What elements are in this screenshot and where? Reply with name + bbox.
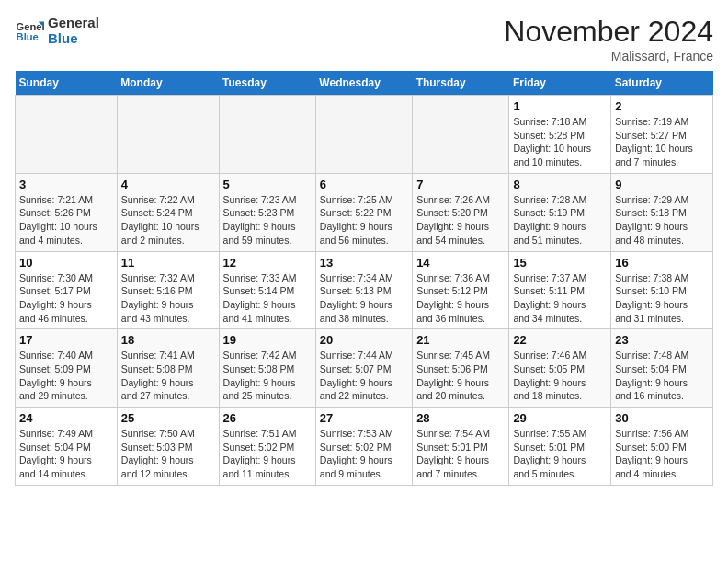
- calendar-cell: [219, 96, 315, 174]
- day-info: Sunrise: 7:34 AM Sunset: 5:13 PM Dayligh…: [320, 271, 408, 326]
- calendar-cell: 6Sunrise: 7:25 AM Sunset: 5:22 PM Daylig…: [315, 173, 412, 251]
- day-number: 4: [121, 178, 215, 191]
- day-number: 21: [416, 333, 505, 347]
- weekday-header: Sunday: [16, 71, 118, 96]
- calendar-cell: 24Sunrise: 7:49 AM Sunset: 5:04 PM Dayli…: [16, 408, 118, 486]
- day-info: Sunrise: 7:19 AM Sunset: 5:27 PM Dayligh…: [615, 115, 709, 169]
- day-number: 22: [513, 333, 607, 347]
- calendar-cell: 22Sunrise: 7:46 AM Sunset: 5:05 PM Dayli…: [509, 329, 611, 408]
- day-info: Sunrise: 7:30 AM Sunset: 5:17 PM Dayligh…: [19, 271, 113, 326]
- calendar-cell: 12Sunrise: 7:33 AM Sunset: 5:14 PM Dayli…: [219, 251, 315, 329]
- calendar-cell: 2Sunrise: 7:19 AM Sunset: 5:27 PM Daylig…: [611, 96, 713, 174]
- location: Malissard, France: [504, 49, 713, 63]
- day-number: 30: [615, 411, 709, 425]
- day-number: 15: [513, 256, 607, 270]
- calendar-cell: 5Sunrise: 7:23 AM Sunset: 5:23 PM Daylig…: [219, 173, 315, 251]
- day-info: Sunrise: 7:33 AM Sunset: 5:14 PM Dayligh…: [223, 271, 312, 326]
- day-info: Sunrise: 7:41 AM Sunset: 5:08 PM Dayligh…: [121, 349, 215, 403]
- calendar-cell: 9Sunrise: 7:29 AM Sunset: 5:18 PM Daylig…: [611, 173, 713, 251]
- calendar-cell: 19Sunrise: 7:42 AM Sunset: 5:08 PM Dayli…: [219, 329, 315, 408]
- day-info: Sunrise: 7:54 AM Sunset: 5:01 PM Dayligh…: [416, 427, 505, 481]
- calendar-cell: 23Sunrise: 7:48 AM Sunset: 5:04 PM Dayli…: [611, 329, 713, 408]
- day-info: Sunrise: 7:56 AM Sunset: 5:00 PM Dayligh…: [615, 427, 709, 481]
- calendar-cell: 10Sunrise: 7:30 AM Sunset: 5:17 PM Dayli…: [16, 251, 118, 329]
- day-number: 13: [320, 256, 408, 270]
- calendar-cell: 20Sunrise: 7:44 AM Sunset: 5:07 PM Dayli…: [315, 329, 412, 408]
- day-info: Sunrise: 7:21 AM Sunset: 5:26 PM Dayligh…: [19, 193, 113, 247]
- svg-text:Blue: Blue: [17, 31, 39, 42]
- weekday-header: Saturday: [611, 71, 713, 96]
- weekday-header: Wednesday: [315, 71, 412, 96]
- day-number: 26: [223, 411, 312, 425]
- weekday-header-row: SundayMondayTuesdayWednesdayThursdayFrid…: [16, 71, 713, 96]
- calendar-cell: 1Sunrise: 7:18 AM Sunset: 5:28 PM Daylig…: [509, 96, 611, 174]
- day-number: 25: [121, 411, 215, 425]
- day-number: 24: [19, 411, 113, 425]
- day-info: Sunrise: 7:46 AM Sunset: 5:05 PM Dayligh…: [513, 349, 607, 403]
- header: General Blue General Blue November 2024 …: [15, 15, 713, 63]
- calendar-cell: 28Sunrise: 7:54 AM Sunset: 5:01 PM Dayli…: [413, 408, 509, 486]
- day-info: Sunrise: 7:55 AM Sunset: 5:01 PM Dayligh…: [513, 427, 607, 481]
- day-number: 29: [513, 411, 607, 425]
- weekday-header: Monday: [117, 71, 219, 96]
- day-number: 17: [19, 333, 113, 347]
- day-info: Sunrise: 7:22 AM Sunset: 5:24 PM Dayligh…: [121, 193, 215, 247]
- title-area: November 2024 Malissard, France: [504, 15, 713, 63]
- day-info: Sunrise: 7:38 AM Sunset: 5:10 PM Dayligh…: [615, 271, 709, 326]
- day-info: Sunrise: 7:32 AM Sunset: 5:16 PM Dayligh…: [121, 271, 215, 326]
- calendar-cell: 29Sunrise: 7:55 AM Sunset: 5:01 PM Dayli…: [509, 408, 611, 486]
- day-number: 12: [223, 256, 312, 270]
- day-number: 1: [513, 99, 607, 113]
- day-info: Sunrise: 7:48 AM Sunset: 5:04 PM Dayligh…: [615, 349, 709, 403]
- calendar-cell: 3Sunrise: 7:21 AM Sunset: 5:26 PM Daylig…: [16, 173, 118, 251]
- day-number: 28: [416, 411, 505, 425]
- calendar-cell: 17Sunrise: 7:40 AM Sunset: 5:09 PM Dayli…: [16, 329, 118, 408]
- day-number: 6: [320, 178, 408, 191]
- day-info: Sunrise: 7:42 AM Sunset: 5:08 PM Dayligh…: [223, 349, 312, 403]
- logo-line1: General: [48, 15, 99, 30]
- day-info: Sunrise: 7:40 AM Sunset: 5:09 PM Dayligh…: [19, 349, 113, 403]
- day-number: 10: [19, 256, 113, 270]
- day-number: 11: [121, 256, 215, 270]
- weekday-header: Tuesday: [219, 71, 315, 96]
- month-title: November 2024: [504, 15, 713, 49]
- day-number: 2: [615, 99, 709, 113]
- day-info: Sunrise: 7:25 AM Sunset: 5:22 PM Dayligh…: [320, 193, 408, 247]
- calendar-cell: 26Sunrise: 7:51 AM Sunset: 5:02 PM Dayli…: [219, 408, 315, 486]
- day-info: Sunrise: 7:53 AM Sunset: 5:02 PM Dayligh…: [320, 427, 408, 481]
- day-number: 9: [615, 178, 709, 191]
- day-info: Sunrise: 7:49 AM Sunset: 5:04 PM Dayligh…: [19, 427, 113, 481]
- calendar-week-row: 24Sunrise: 7:49 AM Sunset: 5:04 PM Dayli…: [16, 408, 713, 486]
- day-info: Sunrise: 7:28 AM Sunset: 5:19 PM Dayligh…: [513, 193, 607, 247]
- calendar-cell: 25Sunrise: 7:50 AM Sunset: 5:03 PM Dayli…: [117, 408, 219, 486]
- weekday-header: Thursday: [413, 71, 509, 96]
- day-number: 5: [223, 178, 312, 191]
- weekday-header: Friday: [509, 71, 611, 96]
- day-info: Sunrise: 7:51 AM Sunset: 5:02 PM Dayligh…: [223, 427, 312, 481]
- calendar-cell: 4Sunrise: 7:22 AM Sunset: 5:24 PM Daylig…: [117, 173, 219, 251]
- calendar-cell: 7Sunrise: 7:26 AM Sunset: 5:20 PM Daylig…: [413, 173, 509, 251]
- day-number: 7: [416, 178, 505, 191]
- day-info: Sunrise: 7:45 AM Sunset: 5:06 PM Dayligh…: [416, 349, 505, 403]
- logo-icon: General Blue: [15, 16, 44, 45]
- day-info: Sunrise: 7:18 AM Sunset: 5:28 PM Dayligh…: [513, 115, 607, 169]
- calendar-week-row: 10Sunrise: 7:30 AM Sunset: 5:17 PM Dayli…: [16, 251, 713, 329]
- logo-line2: Blue: [48, 30, 99, 46]
- day-info: Sunrise: 7:44 AM Sunset: 5:07 PM Dayligh…: [320, 349, 408, 403]
- day-info: Sunrise: 7:26 AM Sunset: 5:20 PM Dayligh…: [416, 193, 505, 247]
- calendar-cell: [16, 96, 118, 174]
- calendar-cell: 21Sunrise: 7:45 AM Sunset: 5:06 PM Dayli…: [413, 329, 509, 408]
- logo: General Blue General Blue: [15, 15, 99, 46]
- day-info: Sunrise: 7:36 AM Sunset: 5:12 PM Dayligh…: [416, 271, 505, 326]
- calendar-cell: 14Sunrise: 7:36 AM Sunset: 5:12 PM Dayli…: [413, 251, 509, 329]
- calendar-cell: 15Sunrise: 7:37 AM Sunset: 5:11 PM Dayli…: [509, 251, 611, 329]
- day-number: 14: [416, 256, 505, 270]
- calendar-cell: [413, 96, 509, 174]
- calendar-table: SundayMondayTuesdayWednesdayThursdayFrid…: [15, 71, 713, 486]
- calendar-week-row: 3Sunrise: 7:21 AM Sunset: 5:26 PM Daylig…: [16, 173, 713, 251]
- calendar-cell: 8Sunrise: 7:28 AM Sunset: 5:19 PM Daylig…: [509, 173, 611, 251]
- calendar-cell: [315, 96, 412, 174]
- calendar-cell: 27Sunrise: 7:53 AM Sunset: 5:02 PM Dayli…: [315, 408, 412, 486]
- day-info: Sunrise: 7:29 AM Sunset: 5:18 PM Dayligh…: [615, 193, 709, 247]
- day-number: 3: [19, 178, 113, 191]
